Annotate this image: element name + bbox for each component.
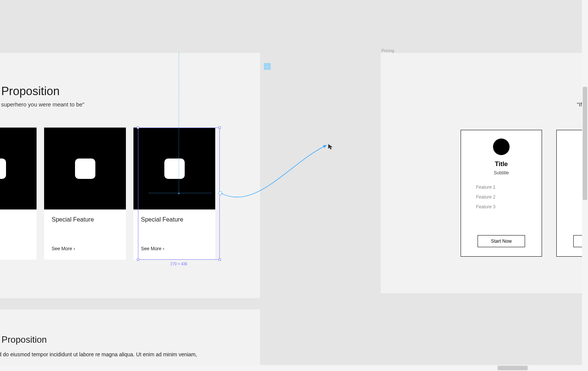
feature-card-selected[interactable]: Special Feature See More › [133,128,215,260]
resize-icon: ↔ [265,65,269,69]
frame-label[interactable]: Pricing [381,48,394,53]
pricing-frame[interactable]: Transpa "If you don't try this app, you … [381,53,588,293]
value-prop-heading: Your Best Value Proposition [0,334,47,345]
features-frame[interactable]: r Best Value Proposition pp, you won't b… [0,53,260,298]
pricing-card-avatar [493,139,510,155]
feature-card-title: Special Feature [141,216,208,223]
feature-card-image [44,128,126,209]
horizontal-scrollbar-thumb[interactable] [498,366,528,370]
pricing-card-subtitle: Subtitle [494,170,509,175]
feature-card[interactable]: Special Feature See More › [44,128,126,260]
placeholder-icon [0,159,6,179]
feature-card-link[interactable]: See More › [141,246,164,251]
vertical-scrollbar-thumb[interactable] [583,87,587,200]
features-subheading: pp, you won't become the superhero you w… [0,101,84,108]
pricing-feature: Feature 2 [476,194,495,200]
feature-card-title: ure [0,216,29,223]
value-prop-frame[interactable]: Your Best Value Proposition nsectetur ad… [0,309,260,371]
feature-card-image [133,128,215,209]
cursor-icon [328,143,334,150]
pricing-feature: Feature 1 [476,185,495,190]
feature-card-link[interactable]: See More › [52,246,75,251]
feature-cards-row: ure Special Feature See More › [0,128,215,260]
value-prop-body: nsectetur adipiscing elit, sed do eiusmo… [0,350,199,359]
horizontal-scrollbar[interactable] [0,365,588,371]
pricing-card[interactable]: Title Subtitle Feature 1 Feature 2 Featu… [461,130,542,257]
design-canvas[interactable]: r Best Value Proposition pp, you won't b… [0,0,588,371]
feature-card-title: Special Feature [52,216,118,223]
resize-constraint-chip[interactable]: ↔ [264,63,271,70]
pricing-card-title: Title [495,160,508,168]
placeholder-icon [75,159,95,179]
pricing-cards-row: Title Subtitle Feature 1 Feature 2 Featu… [461,130,588,257]
feature-card-image [0,128,37,209]
pricing-feature: Feature 3 [476,204,495,209]
pricing-cta-button[interactable]: Start Now [478,235,525,247]
features-heading: r Best Value Proposition [0,85,60,98]
feature-card[interactable]: ure [0,128,37,260]
placeholder-icon [164,159,185,179]
vertical-scrollbar[interactable] [582,0,588,371]
